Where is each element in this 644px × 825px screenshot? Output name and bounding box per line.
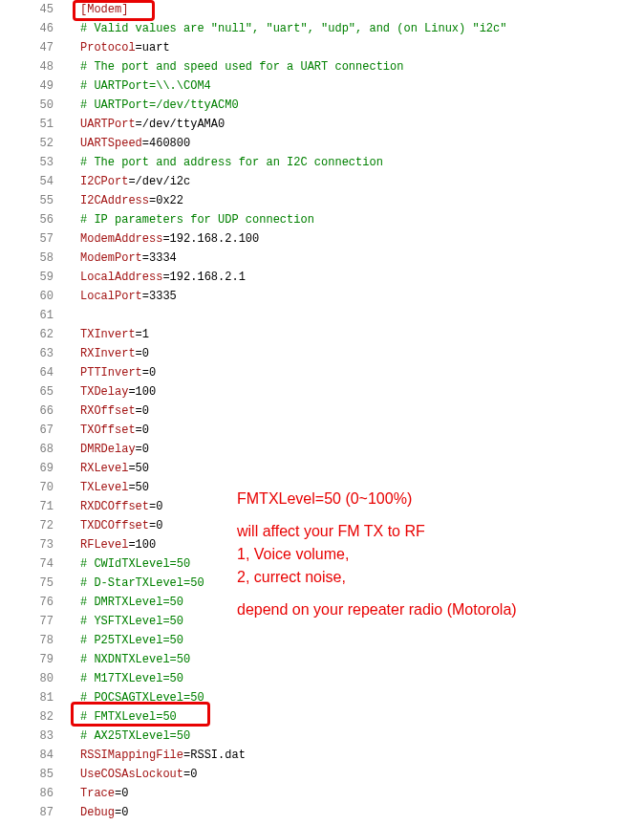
config-key: Protocol	[80, 38, 136, 57]
code-line: 47Protocol=uart	[8, 38, 644, 57]
config-key: TXDelay	[80, 382, 128, 402]
config-key: Trace	[80, 784, 115, 803]
line-number: 62	[8, 325, 80, 344]
code-line: 65TXDelay=100	[8, 382, 644, 402]
comment-text: # POCSAGTXLevel=50	[80, 688, 204, 707]
line-number: 68	[8, 440, 80, 459]
line-number: 82	[8, 707, 80, 727]
config-key: PTTInvert	[80, 363, 142, 382]
line-number: 48	[8, 57, 80, 76]
config-key: RXInvert	[80, 344, 136, 363]
code-line: 58ModemPort=3334	[8, 249, 644, 268]
line-number: 53	[8, 153, 80, 172]
line-number: 81	[8, 688, 80, 707]
code-line: 68DMRDelay=0	[8, 440, 644, 459]
code-line: 81# POCSAGTXLevel=50	[8, 688, 644, 707]
config-key: LocalPort	[80, 287, 142, 306]
line-number: 49	[8, 76, 80, 96]
code-line: 54I2CPort=/dev/i2c	[8, 172, 644, 191]
config-value: =460800	[142, 134, 190, 153]
code-line: 61	[8, 306, 644, 325]
code-line: 46# Valid values are "null", "uart", "ud…	[8, 19, 644, 38]
config-key: Debug	[80, 803, 115, 822]
config-key: I2CPort	[80, 172, 128, 191]
annotation-line-5: depend on your repeater radio (Motorola)	[237, 598, 517, 621]
config-value: =50	[128, 478, 149, 497]
line-number: 76	[8, 593, 80, 612]
line-number: 51	[8, 115, 80, 134]
config-value: =1	[136, 325, 149, 344]
config-value: =0	[136, 421, 149, 440]
comment-text: # DMRTXLevel=50	[80, 593, 183, 612]
config-value: =RSSI.dat	[183, 746, 246, 765]
config-key: UseCOSAsLockout	[80, 765, 183, 784]
line-number: 75	[8, 574, 80, 593]
config-value: =0x22	[149, 191, 183, 210]
config-value: =/dev/ttyAMA0	[136, 115, 225, 134]
code-line: 79# NXDNTXLevel=50	[8, 650, 644, 669]
line-number: 86	[8, 784, 80, 803]
line-number: 45	[8, 0, 80, 19]
line-number: 54	[8, 172, 80, 191]
line-number: 65	[8, 382, 80, 402]
config-value: =192.168.2.1	[162, 268, 245, 287]
comment-text: # UARTPort=\\.\COM4	[80, 76, 211, 96]
code-line: 83# AX25TXLevel=50	[8, 727, 644, 746]
comment-text: # D-StarTXLevel=50	[80, 574, 204, 593]
config-value: =/dev/i2c	[128, 172, 190, 191]
config-key: TXDCOffset	[80, 516, 149, 535]
line-number: 63	[8, 344, 80, 363]
config-key: [Modem]	[80, 0, 128, 19]
config-value: =0	[136, 402, 149, 421]
line-number: 83	[8, 727, 80, 746]
code-line: 67TXOffset=0	[8, 421, 644, 440]
code-line: 80# M17TXLevel=50	[8, 669, 644, 688]
config-key: RXDCOffset	[80, 497, 149, 516]
line-number: 58	[8, 249, 80, 268]
line-number: 77	[8, 612, 80, 631]
code-line: 55I2CAddress=0x22	[8, 191, 644, 210]
code-line: 66RXOffset=0	[8, 402, 644, 421]
code-line: 86Trace=0	[8, 784, 644, 803]
line-number: 73	[8, 535, 80, 554]
code-line: 62TXInvert=1	[8, 325, 644, 344]
config-value: =0	[149, 497, 162, 516]
comment-text: # CWIdTXLevel=50	[80, 554, 190, 574]
config-key: DMRDelay	[80, 440, 136, 459]
line-number: 50	[8, 96, 80, 115]
config-key: UARTSpeed	[80, 134, 142, 153]
code-line: 85UseCOSAsLockout=0	[8, 765, 644, 784]
code-line: 48# The port and speed used for a UART c…	[8, 57, 644, 76]
config-value: =100	[128, 535, 156, 554]
code-line: 78# P25TXLevel=50	[8, 631, 644, 650]
code-line: 63RXInvert=0	[8, 344, 644, 363]
code-line: 53# The port and address for an I2C conn…	[8, 153, 644, 172]
line-number: 80	[8, 669, 80, 688]
config-value: =0	[183, 765, 197, 784]
line-number: 59	[8, 268, 80, 287]
annotation-line-2: will affect your FM TX to RF	[237, 520, 517, 543]
line-number: 64	[8, 363, 80, 382]
comment-text: # M17TXLevel=50	[80, 669, 183, 688]
code-line: 84RSSIMappingFile=RSSI.dat	[8, 746, 644, 765]
config-value: =0	[149, 516, 162, 535]
code-line: 87Debug=0	[8, 803, 644, 822]
line-number: 56	[8, 210, 80, 229]
annotation-block: FMTXLevel=50 (0~100%) will affect your F…	[237, 488, 517, 621]
config-value: =0	[136, 344, 149, 363]
annotation-line-1: FMTXLevel=50 (0~100%)	[237, 488, 517, 510]
code-editor: 45[Modem]46# Valid values are "null", "u…	[0, 0, 644, 822]
config-key: ModemPort	[80, 249, 142, 268]
config-value: =3334	[142, 249, 177, 268]
config-value: =50	[128, 459, 149, 478]
config-value: =0	[136, 440, 149, 459]
config-key: TXLevel	[80, 478, 128, 497]
code-line: 50# UARTPort=/dev/ttyACM0	[8, 96, 644, 115]
config-value: =0	[115, 784, 128, 803]
comment-text: # NXDNTXLevel=50	[80, 650, 190, 669]
config-value: =0	[115, 803, 128, 822]
code-line: 82# FMTXLevel=50	[8, 707, 644, 727]
config-value: =3335	[142, 287, 177, 306]
comment-text: # The port and speed used for a UART con…	[80, 57, 403, 76]
config-key: ModemAddress	[80, 229, 162, 249]
